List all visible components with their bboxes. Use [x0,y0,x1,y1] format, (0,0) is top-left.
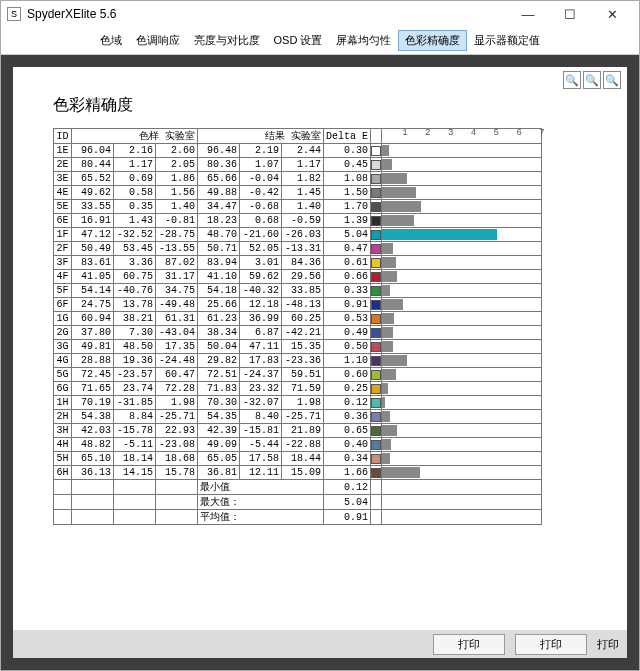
table-row: 4F41.0560.7531.1741.1059.6229.560.66 [54,270,542,284]
col-chart: 1234567 [382,129,542,144]
color-accuracy-table: ID色样 实验室结果 实验室Delta E12345671E96.042.162… [53,128,542,525]
table-row: 6F24.7513.78-49.4825.6612.18-48.130.91 [54,298,542,312]
app-title: SpyderXElite 5.6 [27,7,116,21]
table-row: 5F54.14-40.7634.7554.18-40.3233.850.33 [54,284,542,298]
table-row: 3E65.520.691.8665.66-0.041.821.08 [54,172,542,186]
minimize-button[interactable]: — [507,1,549,27]
table-row: 1E96.042.162.6096.482.192.440.30 [54,144,542,158]
tab-色彩精确度[interactable]: 色彩精确度 [398,30,467,51]
table-row: 5G72.45-23.5760.4772.51-24.3759.510.60 [54,368,542,382]
table-row: 6G71.6523.7472.2871.8323.3271.590.25 [54,382,542,396]
zoom-out-icon[interactable]: 🔍 [583,71,601,89]
summary-row: 最大值：5.04 [54,495,542,510]
summary-row: 最小值0.12 [54,480,542,495]
table-row: 2F50.4953.45-13.5550.7152.05-13.310.47 [54,242,542,256]
tab-屏幕均匀性[interactable]: 屏幕均匀性 [329,30,398,51]
summary-row: 平均值：0.91 [54,510,542,525]
tabs: 色域色调响应亮度与对比度OSD 设置屏幕均匀性色彩精确度显示器额定值 [1,27,639,55]
tab-OSD 设置[interactable]: OSD 设置 [267,30,330,51]
footer-bar: 打印 打印 打印 [13,630,627,658]
table-row: 3H42.03-15.7822.9342.39-15.8121.890.65 [54,424,542,438]
close-button[interactable]: ✕ [591,1,633,27]
table-row: 1F47.12-32.52-28.7548.70-21.60-26.035.04 [54,228,542,242]
footer-print-label: 打印 [597,637,619,652]
col-id: ID [54,129,72,144]
table-row: 4G28.8819.36-24.4829.8217.83-23.361.10 [54,354,542,368]
table-row: 1G60.9438.2161.3161.2336.9960.250.53 [54,312,542,326]
table-row: 4H48.82-5.11-23.0849.09-5.44-22.880.40 [54,438,542,452]
report-paper: 🔍 🔍 🔍 色彩精确度 ID色样 实验室结果 实验室Delta E1234567… [13,67,627,630]
tab-色域[interactable]: 色域 [93,30,129,51]
table-row: 2E80.441.172.0580.361.071.170.45 [54,158,542,172]
report-title: 色彩精确度 [53,95,587,116]
app-window: S SpyderXElite 5.6 — ☐ ✕ 色域色调响应亮度与对比度OSD… [0,0,640,671]
col-result: 结果 实验室 [198,129,324,144]
tab-色调响应[interactable]: 色调响应 [129,30,187,51]
zoom-fit-icon[interactable]: 🔍 [603,71,621,89]
table-row: 5H65.1018.1418.6865.0517.5818.440.34 [54,452,542,466]
zoom-toolbar: 🔍 🔍 🔍 [563,71,621,89]
print-button-2[interactable]: 打印 [515,634,587,655]
table-row: 6E16.911.43-0.8118.230.68-0.591.39 [54,214,542,228]
tab-亮度与对比度[interactable]: 亮度与对比度 [187,30,267,51]
table-row: 2H54.388.84-25.7154.358.40-25.710.36 [54,410,542,424]
table-row: 2G37.807.30-43.0438.346.87-42.210.49 [54,326,542,340]
report: 色彩精确度 ID色样 实验室结果 实验室Delta E12345671E96.0… [13,67,627,535]
titlebar: S SpyderXElite 5.6 — ☐ ✕ [1,1,639,27]
content-outer: 🔍 🔍 🔍 色彩精确度 ID色样 实验室结果 实验室Delta E1234567… [1,55,639,670]
table-row: 3F83.613.3687.0283.943.0184.360.61 [54,256,542,270]
col-sample: 色样 实验室 [72,129,198,144]
table-row: 6H36.1314.1515.7836.8112.1115.091.66 [54,466,542,480]
table-row: 4E49.620.581.5649.88-0.421.451.50 [54,186,542,200]
zoom-in-icon[interactable]: 🔍 [563,71,581,89]
maximize-button[interactable]: ☐ [549,1,591,27]
table-row: 5E33.550.351.4034.47-0.681.401.70 [54,200,542,214]
col-swatch [371,129,382,144]
app-icon: S [7,7,21,21]
print-button-1[interactable]: 打印 [433,634,505,655]
table-row: 1H70.19-31.851.9870.30-32.071.980.12 [54,396,542,410]
tab-显示器额定值[interactable]: 显示器额定值 [467,30,547,51]
table-row: 3G49.8148.5017.3550.0447.1115.350.50 [54,340,542,354]
col-delta: Delta E [324,129,371,144]
